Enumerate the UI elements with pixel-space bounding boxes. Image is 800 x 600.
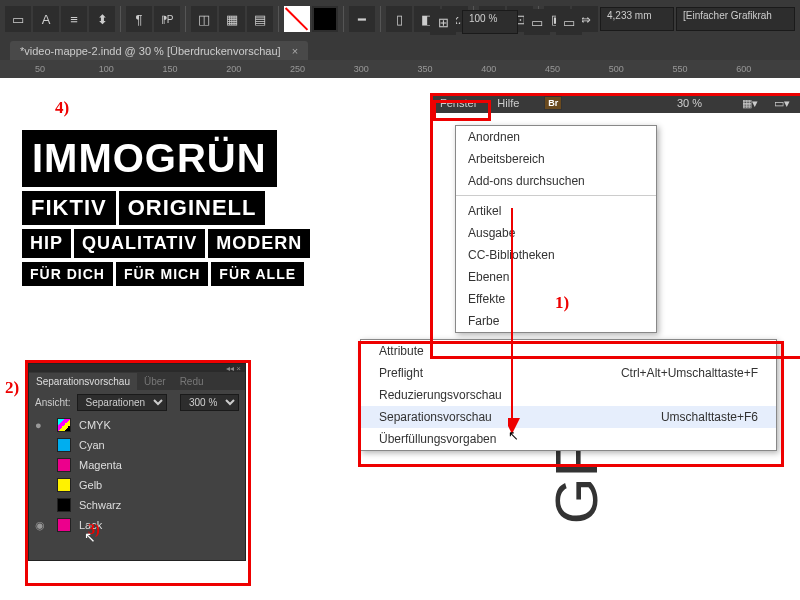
tool-button[interactable]: ▭ [5,6,31,32]
horizontal-ruler: 50100150200250300350400450500550600 [0,60,800,78]
tool-button[interactable]: ▤ [247,6,273,32]
view-options-icon[interactable]: ▦▾ [732,94,764,113]
tool-button[interactable]: ━ [349,6,375,32]
ink-row[interactable]: Cyan [29,435,245,455]
annotation-4: 4) [55,98,69,118]
annotation-1: 1) [555,293,569,313]
ink-swatch [57,478,71,492]
ink-name: CMYK [79,419,239,431]
tool-button[interactable]: ▭ [556,9,582,35]
menu-item[interactable]: Ebenen [456,266,656,288]
menu-item[interactable]: Farbe [456,310,656,332]
tool-button[interactable]: ⬍ [89,6,115,32]
panel-tab-active[interactable]: Separationsvorschau [29,373,137,390]
ink-row[interactable]: ◉Lack [29,515,245,535]
ink-name: Lack [79,519,239,531]
secondary-menubar: Fenster Hilfe Br 30 % ▦▾ ▭▾ [430,93,800,113]
canvas[interactable]: IMMOGRÜN FIKTIVORIGINELL HIPQUALITATIVMO… [0,78,800,600]
visibility-icon[interactable]: ◉ [35,519,49,532]
tool-button[interactable]: ◫ [191,6,217,32]
panel-tab[interactable]: Redu [173,373,211,390]
menu-fenster[interactable]: Fenster [430,94,487,112]
visibility-icon[interactable]: ● [35,419,49,431]
fill-none-icon[interactable] [284,6,310,32]
tool-button[interactable]: ▭ [524,9,550,35]
ink-row[interactable]: Gelb [29,475,245,495]
zoom-field[interactable]: 100 % [462,10,518,34]
menu-item[interactable]: Ausgabe [456,222,656,244]
menu-item[interactable]: Artikel [456,200,656,222]
screen-mode-icon[interactable]: ▭▾ [764,94,800,113]
ink-swatch [57,498,71,512]
annotation-2: 2) [5,378,19,398]
menu-item[interactable]: Anordnen [456,126,656,148]
ink-row[interactable]: Magenta [29,455,245,475]
menu-item[interactable]: Arbeitsbereich [456,148,656,170]
ink-swatch [57,458,71,472]
tool-button[interactable]: ⊞ [430,9,456,35]
ink-swatch [57,418,71,432]
tool-button[interactable]: A [33,6,59,32]
submenu-item[interactable]: Reduzierungsvorschau [361,384,776,406]
separations-panel: ◂◂ × Separationsvorschau Über Redu Ansic… [28,363,246,561]
panel-tab[interactable]: Über [137,373,173,390]
ausgabe-submenu: Attribute PreflightCtrl+Alt+Umschalttast… [360,339,777,451]
menu-item[interactable]: Add-ons durchsuchen [456,170,656,192]
tool-button[interactable]: ¶ [126,6,152,32]
submenu-item[interactable]: PreflightCtrl+Alt+Umschalttaste+F [361,362,776,384]
view-label: Ansicht: [35,397,71,408]
tool-button[interactable]: ▦ [219,6,245,32]
menu-hilfe[interactable]: Hilfe [487,94,529,112]
ink-swatch [57,518,71,532]
ink-name: Magenta [79,459,239,471]
submenu-item[interactable]: Attribute [361,340,776,362]
close-icon[interactable]: × [292,45,298,57]
ink-row[interactable]: Schwarz [29,495,245,515]
panel-zoom-select[interactable]: 300 % [180,394,239,411]
bridge-icon[interactable]: Br [544,96,562,110]
logo-artwork: IMMOGRÜN FIKTIVORIGINELL HIPQUALITATIVMO… [22,128,313,288]
page-text: GF [542,441,611,524]
ink-name: Gelb [79,479,239,491]
frame-type-field[interactable]: [Einfacher Grafikrah [676,7,795,31]
submenu-item[interactable]: Überfüllungsvorgaben [361,428,776,450]
ink-swatch [57,438,71,452]
document-tab[interactable]: *video-mappe-2.indd @ 30 % [Überdruckenv… [10,41,308,60]
menu-item[interactable]: CC-Bibliotheken [456,244,656,266]
tool-button[interactable]: ≡ [61,6,87,32]
tool-button[interactable]: ⁋P [154,6,180,32]
ink-name: Cyan [79,439,239,451]
tool-button[interactable]: ▯ [386,6,412,32]
measure-field[interactable]: 4,233 mm [600,7,674,31]
document-tab-bar: *video-mappe-2.indd @ 30 % [Überdruckenv… [0,38,800,60]
document-tab-label: *video-mappe-2.indd @ 30 % [Überdruckenv… [20,45,281,57]
annotation-3: 3) [88,522,100,538]
zoom-display[interactable]: 30 % [677,97,702,109]
app-toolbar: ▭ A ≡ ⬍ ¶ ⁋P ◫ ▦ ▤ ━ ▯ ◧ fx. ▦ ⊡ ▣ ⇔ 4,2… [0,0,800,38]
ink-row[interactable]: ●CMYK [29,415,245,435]
ink-name: Schwarz [79,499,239,511]
fill-black-icon[interactable] [312,6,338,32]
view-select[interactable]: Separationen [77,394,167,411]
submenu-item-separations[interactable]: SeparationsvorschauUmschalttaste+F6 [361,406,776,428]
